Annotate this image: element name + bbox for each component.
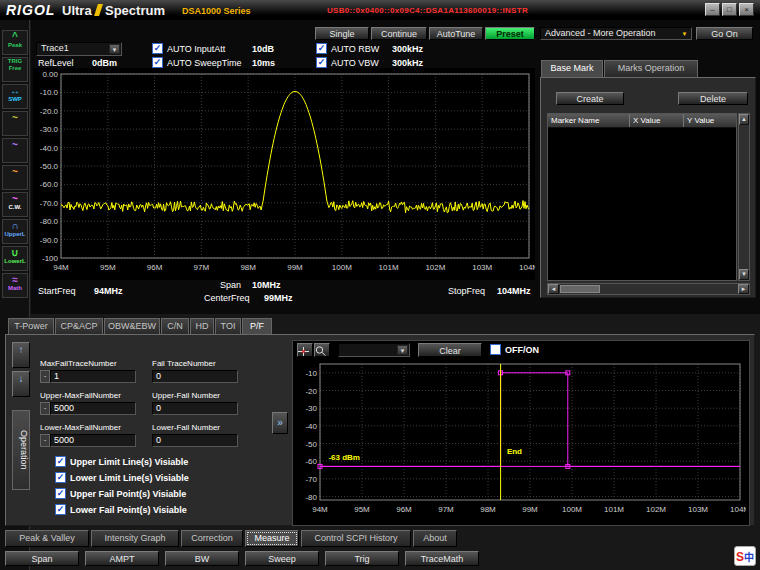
upper-max-fail-number-spinner[interactable] (40, 402, 50, 415)
tab-p-f[interactable]: P/F (242, 318, 272, 335)
spectrum-chart[interactable]: 94M95M96M97M98M99M100M101M102M103M104M0.… (33, 68, 535, 280)
strip-collapse-down-button[interactable]: ↓ (12, 371, 30, 397)
zoom-tool-button[interactable] (314, 343, 330, 357)
lower-max-fail-number-input[interactable]: 5000 (50, 434, 136, 447)
hscroll-thumb[interactable] (560, 285, 600, 293)
svg-text:-40: -40 (305, 422, 317, 431)
stop-freq-value[interactable]: 104MHz (497, 286, 531, 296)
upper-fail-point-visible-checkbox[interactable] (55, 488, 66, 499)
sidebar-item-trace-math[interactable]: ≈Math (2, 273, 28, 298)
tab-marks-operation[interactable]: Marks Operation (604, 60, 698, 77)
center-freq-value[interactable]: 99MHz (264, 293, 293, 303)
app-title-word2: Spectrum (105, 3, 165, 18)
auto-input-att-label: AUTO InputAtt (167, 44, 225, 54)
lower-max-fail-number-spinner[interactable] (40, 434, 50, 447)
column-y-value[interactable]: Y Value (684, 114, 736, 127)
sidebar-item-trace-a[interactable]: ~ (2, 111, 28, 136)
auto-vbw-checkbox[interactable] (316, 57, 327, 68)
max-fail-trace-number-spinner[interactable] (40, 370, 50, 383)
tab-toi[interactable]: TOI (215, 318, 241, 335)
svg-text:95M: 95M (100, 263, 116, 272)
tab-c-n[interactable]: C/N (161, 318, 189, 335)
trig-button[interactable]: Trig (325, 551, 399, 566)
pf-chart[interactable]: 94M95M96M97M98M99M100M101M102M103M104M-1… (294, 360, 746, 520)
trace-select[interactable]: Trace1 ▼ (36, 42, 122, 56)
tab-about[interactable]: About (413, 530, 457, 547)
upper-fail-number-input[interactable]: 0 (152, 402, 238, 415)
svg-text:101M: 101M (604, 505, 624, 514)
svg-text:97M: 97M (438, 505, 454, 514)
tab-peak-valley[interactable]: Peak & Valley (5, 530, 89, 547)
scroll-down-icon[interactable]: ▼ (739, 269, 749, 280)
close-button[interactable]: × (739, 3, 754, 16)
start-freq-value[interactable]: 94MHz (94, 286, 123, 296)
column-marker-name[interactable]: Marker Name (548, 114, 630, 127)
upper-fail-point-visible-label: Upper Fail Point(s) Visiable (70, 489, 186, 499)
span-button[interactable]: Span (5, 551, 79, 566)
clear-button[interactable]: Clear (418, 343, 482, 357)
sidebar-item-sweep[interactable]: ↔SWP (2, 84, 28, 109)
tab-base-mark[interactable]: Base Mark (541, 60, 603, 77)
strip-collapse-up-button[interactable]: ↑ (12, 342, 30, 368)
upper-max-fail-number-input[interactable]: 5000 (50, 402, 136, 415)
pan-tool-button[interactable] (297, 343, 313, 357)
max-fail-trace-number-input[interactable]: 1 (50, 370, 136, 383)
delete-marker-button[interactable]: Delete (678, 92, 748, 105)
pf-trace-select[interactable]: ▼ (338, 343, 410, 357)
tab-control-scpi-history[interactable]: Control SCPI History (301, 530, 411, 547)
sidebar-item-lower-limit[interactable]: ∪LowerL (2, 246, 28, 271)
sweep-button[interactable]: Sweep (245, 551, 319, 566)
tab-obw-ebw[interactable]: OBW&EBW (104, 318, 160, 335)
arrow-up-icon: ↑ (19, 344, 24, 355)
tracemath-button[interactable]: TraceMath (405, 551, 479, 566)
autotune-button[interactable]: AutoTune (429, 27, 483, 40)
lower-limit-line-visible-checkbox[interactable] (55, 472, 66, 483)
sidebar-item-peak[interactable]: ^Peak (2, 30, 28, 55)
tab-intensity-graph[interactable]: Intensity Graph (91, 530, 179, 547)
tab-operation[interactable]: Operation (12, 410, 30, 490)
svg-text:103M: 103M (472, 263, 492, 272)
svg-text:99M: 99M (522, 505, 538, 514)
continue-button[interactable]: Continue (371, 27, 427, 40)
single-button[interactable]: Single (315, 27, 369, 40)
fail-trace-number-input[interactable]: 0 (152, 370, 238, 383)
scroll-right-icon[interactable]: ► (738, 284, 749, 294)
peak-icon: ^ (3, 31, 27, 42)
ampt-button[interactable]: AMPT (85, 551, 159, 566)
advanced-operation-select[interactable]: Advanced - More Operation ▼ (540, 27, 692, 40)
sidebar-item-trace-c[interactable]: ~ (2, 165, 28, 190)
lower-fail-number-label: Lower-Fail Number (152, 423, 220, 432)
minimize-button[interactable]: – (705, 3, 720, 16)
marker-table-vscrollbar[interactable]: ▲ ▼ (738, 113, 750, 281)
auto-input-att-checkbox[interactable] (152, 43, 163, 54)
sidebar-item-cw[interactable]: ~C.W. (2, 192, 28, 217)
go-on-button[interactable]: Go On (696, 27, 753, 40)
sidebar-item-trig-free[interactable]: TRIG Free (2, 57, 28, 82)
auto-sweep-time-checkbox[interactable] (152, 57, 163, 68)
tab-cp-acp[interactable]: CP&ACP (55, 318, 103, 335)
tab-measure[interactable]: Measure (245, 530, 299, 547)
ref-level-value[interactable]: 0dBm (92, 58, 117, 68)
marker-table-hscrollbar[interactable]: ◄ ► (547, 283, 750, 295)
apply-settings-button[interactable]: » (272, 412, 288, 434)
lower-fail-point-visible-checkbox[interactable] (55, 504, 66, 515)
upper-limit-line-visible-checkbox[interactable] (55, 456, 66, 467)
lower-limit-line-visible-label: Lower Limit Line(s) Visiable (70, 473, 189, 483)
preset-button[interactable]: Preset (485, 27, 535, 40)
bw-button[interactable]: BW (165, 551, 239, 566)
span-value[interactable]: 10MHz (252, 280, 281, 290)
scroll-up-icon[interactable]: ▲ (739, 114, 749, 125)
auto-rbw-checkbox[interactable] (316, 43, 327, 54)
tab-correction[interactable]: Correction (181, 530, 243, 547)
tab-hd[interactable]: HD (190, 318, 214, 335)
offon-checkbox[interactable] (490, 344, 501, 355)
tab-t-power[interactable]: T-Power (8, 318, 54, 335)
maximize-button[interactable]: □ (722, 3, 737, 16)
create-marker-button[interactable]: Create (556, 92, 624, 105)
lower-fail-number-input[interactable]: 0 (152, 434, 238, 447)
sidebar-item-upper-limit[interactable]: ∩UpperL (2, 219, 28, 244)
sidebar-item-trace-b[interactable]: ~ (2, 138, 28, 163)
svg-text:102M: 102M (646, 505, 666, 514)
column-x-value[interactable]: X Value (630, 114, 684, 127)
scroll-left-icon[interactable]: ◄ (548, 284, 559, 294)
